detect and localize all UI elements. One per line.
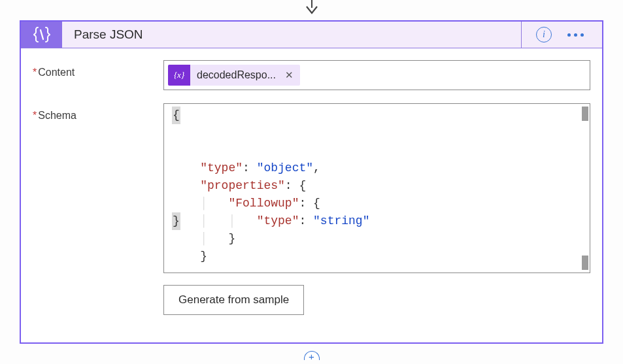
json-key: "type" [200, 161, 243, 174]
content-row: *Content {x} decodedRespo... ✕ [33, 60, 590, 90]
info-icon[interactable]: i [536, 27, 552, 42]
more-menu-icon[interactable] [567, 33, 584, 37]
brace-highlight: } [172, 212, 180, 230]
schema-editor[interactable]: { { "type": "object", "properties": { │ … [163, 103, 590, 273]
json-key: "Followup" [228, 197, 299, 210]
token-label: decodedRespo... [190, 69, 282, 81]
dynamic-content-token[interactable]: {x} decodedRespo... ✕ [168, 65, 300, 86]
parse-json-action-card: Parse JSON i *Content {x} decodedRespo..… [20, 20, 603, 344]
flow-arrow-down-icon [303, 0, 320, 14]
variable-icon: {x} [168, 65, 190, 86]
action-body: *Content {x} decodedRespo... ✕ *Schema {… [21, 48, 602, 342]
json-string: "string" [313, 214, 369, 227]
token-remove-icon[interactable]: ✕ [282, 69, 300, 81]
json-brace: } [200, 250, 207, 263]
action-title[interactable]: Parse JSON [62, 22, 522, 48]
generate-from-sample-button[interactable]: Generate from sample [163, 285, 304, 315]
add-step-button[interactable]: + [304, 351, 320, 360]
json-brace: } [228, 232, 235, 245]
json-string: "object" [257, 161, 313, 174]
content-input[interactable]: {x} decodedRespo... ✕ [163, 60, 590, 90]
parse-json-icon [21, 22, 62, 48]
json-key: "properties" [200, 179, 285, 192]
schema-label: *Schema [33, 103, 163, 122]
scrollbar-thumb-top[interactable] [582, 107, 588, 121]
content-label: *Content [33, 60, 163, 78]
brace-highlight: { [172, 107, 180, 124]
header-actions: i [522, 22, 602, 48]
schema-row: *Schema { { "type": "object", "propertie… [33, 103, 590, 315]
scrollbar-thumb-bottom[interactable] [582, 256, 588, 270]
action-header[interactable]: Parse JSON i [21, 22, 602, 48]
json-key: "type" [257, 214, 299, 227]
